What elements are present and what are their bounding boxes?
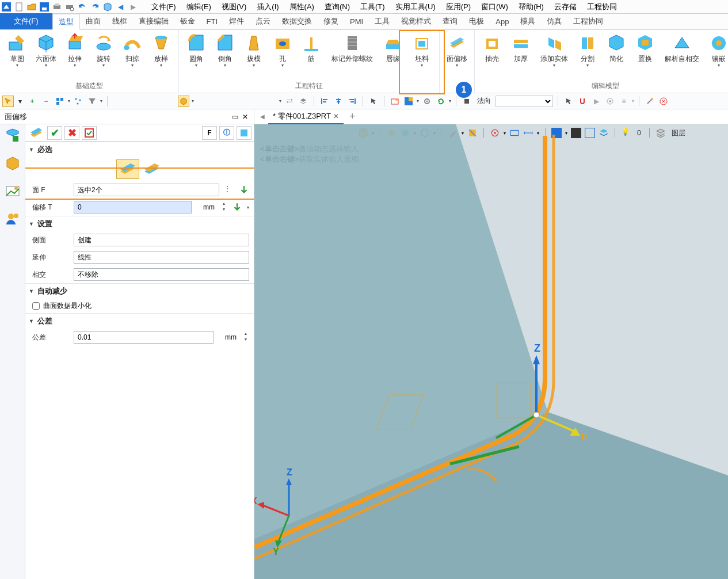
menu-utility[interactable]: 实用工具(U) [392,1,439,13]
users-icon[interactable] [5,211,21,227]
nav-right-icon[interactable]: ▶ [128,2,138,12]
tol-field[interactable] [74,331,214,344]
remove-sel-icon[interactable]: − [40,96,52,107]
palette-icon[interactable] [403,96,414,107]
face-dropdown-icon[interactable]: ⋮ [224,185,234,195]
print-preview-icon[interactable] [65,2,74,12]
section-autoreduce[interactable]: 自动减少 [25,283,254,299]
menu-help[interactable]: 帮助(H) [515,1,547,13]
tab-weld[interactable]: 焊件 [223,13,250,29]
pointer-icon[interactable] [368,96,379,107]
btn-replace[interactable]: 置换 [631,31,659,80]
section-tol[interactable]: 公差 [25,313,254,329]
tol-spinner[interactable]: ▲▼ [242,332,249,343]
tab-modeling[interactable]: 造型 [52,14,80,30]
letter-f-button[interactable]: F [202,126,217,140]
add-tab-icon[interactable]: + [344,111,361,123]
close-circle-icon[interactable] [658,96,669,107]
wand-icon[interactable] [644,96,655,107]
btn-inlay[interactable]: 镶嵌▾ [705,31,728,80]
sel-cube-icon[interactable] [178,96,189,107]
cursor2-icon[interactable] [563,96,574,107]
points-icon[interactable] [73,96,84,107]
gear-icon[interactable] [421,96,433,107]
menu-attr[interactable]: 属性(A) [286,1,318,13]
tab-repair[interactable]: 修复 [318,13,344,29]
tab-wireframe[interactable]: 线框 [106,13,133,29]
settings-button[interactable] [237,126,251,140]
refresh-icon[interactable] [435,96,447,107]
tab-collab[interactable]: 工程协同 [567,13,609,29]
btn-thread[interactable]: 标记外部螺纹 [326,31,378,80]
magnet-icon[interactable] [577,96,588,107]
btn-fillet[interactable]: 圆角▾ [182,31,210,80]
tab-pointcloud[interactable]: 点云 [250,13,276,29]
tab-directedit[interactable]: 直接编辑 [133,13,174,29]
face-field[interactable]: 选中2个 [74,184,219,196]
cube-icon[interactable] [103,2,112,12]
layers2-icon[interactable]: ≡ [618,96,630,107]
tab-pmi[interactable]: PMI [344,13,369,29]
tab-visual[interactable]: 视觉样式 [395,13,437,29]
mode-option-2[interactable] [140,159,163,179]
btn-sketch[interactable]: 草图▾ [3,31,31,80]
menu-file[interactable]: 文件(F) [148,1,180,13]
file-button[interactable]: 文件(F) [0,13,52,29]
tab-sim[interactable]: 仿真 [541,13,567,29]
btn-cube[interactable]: 六面体▾ [32,31,60,80]
feature-tree-icon[interactable] [5,128,21,144]
btn-lip[interactable]: 唇缘 [379,31,407,80]
btn-draft[interactable]: 拔模▾ [240,31,268,80]
undo-icon[interactable] [78,2,87,12]
funnel-icon[interactable] [86,96,98,107]
record-icon[interactable] [604,96,616,107]
menu-view[interactable]: 视图(V) [218,1,250,13]
menu-tools[interactable]: 工具(T) [357,1,388,13]
offset-spinner[interactable]: ▲▼ [220,201,227,213]
tab-electrode[interactable]: 电极 [463,13,490,29]
btn-extrude[interactable]: 拉伸▾ [61,31,89,80]
ext-select[interactable]: 线性 [74,251,249,264]
play-icon[interactable]: ▶ [590,96,602,107]
btn-simplify[interactable]: 简化 [603,31,630,80]
ok-button[interactable]: ✔ [47,126,62,140]
redo-icon[interactable] [90,2,100,12]
section-settings[interactable]: 设置 [25,216,254,231]
align-center-icon[interactable] [333,96,344,107]
section-required[interactable]: 必选 [25,142,254,157]
menu-insert[interactable]: 插入(I) [253,1,282,13]
tab-query[interactable]: 查询 [437,13,463,29]
nav-left-icon[interactable]: ◀ [116,2,125,12]
tab-sheetmetal[interactable]: 钣金 [174,13,201,29]
btn-sweep[interactable]: 扫掠▾ [119,31,146,80]
min-surface-checkbox[interactable] [32,302,40,310]
tab-surface[interactable]: 曲面 [80,13,106,29]
btn-hole[interactable]: 孔▾ [269,31,296,80]
btn-split[interactable]: 分割▾ [574,31,601,80]
add-sel-icon[interactable]: + [26,96,38,107]
btn-stock[interactable]: 坯料▾ [408,31,436,80]
menu-cloud[interactable]: 云存储 [551,1,580,13]
menu-app[interactable]: 应用(P) [443,1,474,13]
tab-exchange[interactable]: 数据交换 [276,13,318,29]
btn-addbody[interactable]: 添加实体▾ [536,31,573,80]
menu-collab[interactable]: 工程协同 [584,1,620,13]
viewport[interactable]: ▾ ▾ ▾ ▾ ▾ ▾ ▾ 💡 0 图层 <单击左键>激活动态选择输入. [254,124,728,579]
tab-app[interactable]: App [490,13,514,29]
doc-tab-active[interactable]: * 零件001.Z3PRT ✕ [268,109,344,124]
tab-mold[interactable]: 模具 [514,13,541,29]
tab-tools[interactable]: 工具 [369,13,395,29]
new-icon[interactable] [14,2,24,12]
offset-extra-icon[interactable] [232,202,242,212]
menu-edit[interactable]: 编辑(E) [183,1,215,13]
screenshot-icon[interactable] [389,96,401,107]
side-select[interactable]: 创建 [74,234,249,246]
align-right-icon[interactable] [346,96,358,107]
btn-rib[interactable]: 筋 [298,31,325,80]
info-button[interactable]: ⓘ [219,126,234,140]
mode-option-1[interactable] [116,159,139,179]
link-icon[interactable]: ⮂ [284,96,295,107]
menu-window[interactable]: 窗口(W) [478,1,512,13]
int-select[interactable]: 不移除 [74,268,249,281]
btn-revolve[interactable]: 旋转▾ [90,31,117,80]
